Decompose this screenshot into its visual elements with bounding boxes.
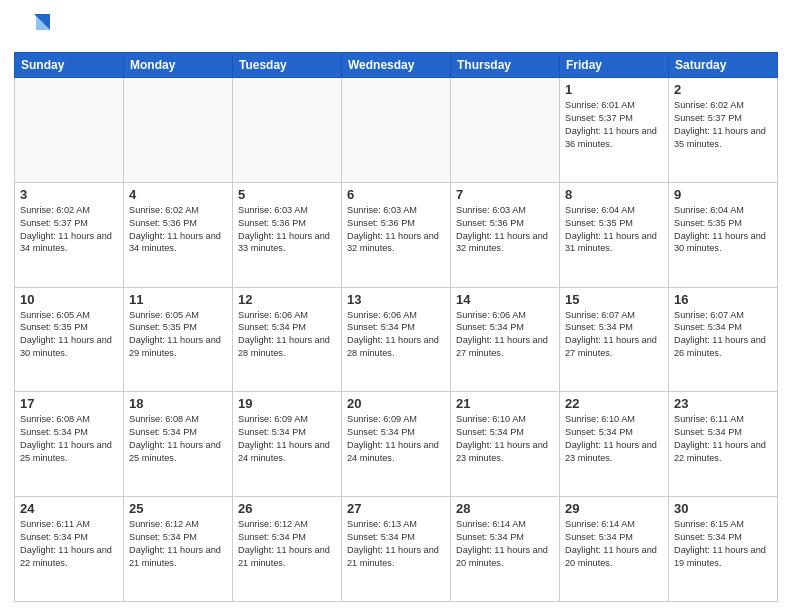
cell-info-text: Sunrise: 6:02 AM Sunset: 5:37 PM Dayligh… [20, 204, 118, 256]
calendar-cell: 11Sunrise: 6:05 AM Sunset: 5:35 PM Dayli… [124, 287, 233, 392]
calendar-cell: 8Sunrise: 6:04 AM Sunset: 5:35 PM Daylig… [560, 182, 669, 287]
calendar-table: SundayMondayTuesdayWednesdayThursdayFrid… [14, 52, 778, 602]
cell-info-text: Sunrise: 6:09 AM Sunset: 5:34 PM Dayligh… [238, 413, 336, 465]
cell-info-text: Sunrise: 6:04 AM Sunset: 5:35 PM Dayligh… [565, 204, 663, 256]
cell-day-number: 9 [674, 187, 772, 202]
calendar-cell: 27Sunrise: 6:13 AM Sunset: 5:34 PM Dayli… [342, 497, 451, 602]
cell-info-text: Sunrise: 6:14 AM Sunset: 5:34 PM Dayligh… [565, 518, 663, 570]
calendar-cell: 7Sunrise: 6:03 AM Sunset: 5:36 PM Daylig… [451, 182, 560, 287]
cell-info-text: Sunrise: 6:12 AM Sunset: 5:34 PM Dayligh… [129, 518, 227, 570]
cell-info-text: Sunrise: 6:15 AM Sunset: 5:34 PM Dayligh… [674, 518, 772, 570]
cell-info-text: Sunrise: 6:03 AM Sunset: 5:36 PM Dayligh… [456, 204, 554, 256]
cell-day-number: 29 [565, 501, 663, 516]
cell-info-text: Sunrise: 6:03 AM Sunset: 5:36 PM Dayligh… [347, 204, 445, 256]
cell-info-text: Sunrise: 6:10 AM Sunset: 5:34 PM Dayligh… [456, 413, 554, 465]
calendar-cell: 26Sunrise: 6:12 AM Sunset: 5:34 PM Dayli… [233, 497, 342, 602]
cell-day-number: 15 [565, 292, 663, 307]
cell-day-number: 3 [20, 187, 118, 202]
calendar-cell: 28Sunrise: 6:14 AM Sunset: 5:34 PM Dayli… [451, 497, 560, 602]
cell-info-text: Sunrise: 6:08 AM Sunset: 5:34 PM Dayligh… [129, 413, 227, 465]
cell-info-text: Sunrise: 6:07 AM Sunset: 5:34 PM Dayligh… [565, 309, 663, 361]
calendar-week-2: 10Sunrise: 6:05 AM Sunset: 5:35 PM Dayli… [15, 287, 778, 392]
calendar-cell: 20Sunrise: 6:09 AM Sunset: 5:34 PM Dayli… [342, 392, 451, 497]
cell-day-number: 5 [238, 187, 336, 202]
calendar-cell: 16Sunrise: 6:07 AM Sunset: 5:34 PM Dayli… [669, 287, 778, 392]
cell-day-number: 12 [238, 292, 336, 307]
cell-info-text: Sunrise: 6:10 AM Sunset: 5:34 PM Dayligh… [565, 413, 663, 465]
cell-info-text: Sunrise: 6:04 AM Sunset: 5:35 PM Dayligh… [674, 204, 772, 256]
cell-day-number: 27 [347, 501, 445, 516]
calendar-cell [451, 78, 560, 183]
cell-info-text: Sunrise: 6:14 AM Sunset: 5:34 PM Dayligh… [456, 518, 554, 570]
calendar-cell [15, 78, 124, 183]
cell-day-number: 14 [456, 292, 554, 307]
calendar-cell: 6Sunrise: 6:03 AM Sunset: 5:36 PM Daylig… [342, 182, 451, 287]
calendar-cell: 19Sunrise: 6:09 AM Sunset: 5:34 PM Dayli… [233, 392, 342, 497]
cell-day-number: 20 [347, 396, 445, 411]
calendar-cell: 25Sunrise: 6:12 AM Sunset: 5:34 PM Dayli… [124, 497, 233, 602]
cell-day-number: 6 [347, 187, 445, 202]
weekday-header-monday: Monday [124, 53, 233, 78]
cell-day-number: 17 [20, 396, 118, 411]
calendar-cell: 1Sunrise: 6:01 AM Sunset: 5:37 PM Daylig… [560, 78, 669, 183]
calendar-week-4: 24Sunrise: 6:11 AM Sunset: 5:34 PM Dayli… [15, 497, 778, 602]
header [14, 10, 778, 46]
calendar-cell: 5Sunrise: 6:03 AM Sunset: 5:36 PM Daylig… [233, 182, 342, 287]
cell-info-text: Sunrise: 6:02 AM Sunset: 5:36 PM Dayligh… [129, 204, 227, 256]
calendar-week-0: 1Sunrise: 6:01 AM Sunset: 5:37 PM Daylig… [15, 78, 778, 183]
cell-day-number: 30 [674, 501, 772, 516]
weekday-row: SundayMondayTuesdayWednesdayThursdayFrid… [15, 53, 778, 78]
calendar-cell: 22Sunrise: 6:10 AM Sunset: 5:34 PM Dayli… [560, 392, 669, 497]
cell-day-number: 11 [129, 292, 227, 307]
cell-info-text: Sunrise: 6:11 AM Sunset: 5:34 PM Dayligh… [20, 518, 118, 570]
cell-day-number: 21 [456, 396, 554, 411]
calendar-cell [342, 78, 451, 183]
cell-day-number: 23 [674, 396, 772, 411]
cell-day-number: 1 [565, 82, 663, 97]
cell-day-number: 25 [129, 501, 227, 516]
cell-info-text: Sunrise: 6:07 AM Sunset: 5:34 PM Dayligh… [674, 309, 772, 361]
calendar-header: SundayMondayTuesdayWednesdayThursdayFrid… [15, 53, 778, 78]
cell-info-text: Sunrise: 6:09 AM Sunset: 5:34 PM Dayligh… [347, 413, 445, 465]
page: SundayMondayTuesdayWednesdayThursdayFrid… [0, 0, 792, 612]
calendar-cell: 24Sunrise: 6:11 AM Sunset: 5:34 PM Dayli… [15, 497, 124, 602]
calendar-week-3: 17Sunrise: 6:08 AM Sunset: 5:34 PM Dayli… [15, 392, 778, 497]
cell-info-text: Sunrise: 6:06 AM Sunset: 5:34 PM Dayligh… [238, 309, 336, 361]
calendar-cell: 17Sunrise: 6:08 AM Sunset: 5:34 PM Dayli… [15, 392, 124, 497]
cell-day-number: 16 [674, 292, 772, 307]
cell-day-number: 26 [238, 501, 336, 516]
calendar-cell: 14Sunrise: 6:06 AM Sunset: 5:34 PM Dayli… [451, 287, 560, 392]
cell-day-number: 4 [129, 187, 227, 202]
cell-info-text: Sunrise: 6:12 AM Sunset: 5:34 PM Dayligh… [238, 518, 336, 570]
cell-info-text: Sunrise: 6:11 AM Sunset: 5:34 PM Dayligh… [674, 413, 772, 465]
calendar-cell: 12Sunrise: 6:06 AM Sunset: 5:34 PM Dayli… [233, 287, 342, 392]
calendar-cell [124, 78, 233, 183]
cell-day-number: 18 [129, 396, 227, 411]
cell-day-number: 19 [238, 396, 336, 411]
calendar-body: 1Sunrise: 6:01 AM Sunset: 5:37 PM Daylig… [15, 78, 778, 602]
cell-day-number: 24 [20, 501, 118, 516]
calendar-cell: 4Sunrise: 6:02 AM Sunset: 5:36 PM Daylig… [124, 182, 233, 287]
cell-info-text: Sunrise: 6:06 AM Sunset: 5:34 PM Dayligh… [347, 309, 445, 361]
cell-day-number: 13 [347, 292, 445, 307]
cell-day-number: 7 [456, 187, 554, 202]
weekday-header-friday: Friday [560, 53, 669, 78]
cell-info-text: Sunrise: 6:05 AM Sunset: 5:35 PM Dayligh… [20, 309, 118, 361]
cell-day-number: 10 [20, 292, 118, 307]
weekday-header-sunday: Sunday [15, 53, 124, 78]
cell-info-text: Sunrise: 6:08 AM Sunset: 5:34 PM Dayligh… [20, 413, 118, 465]
calendar-cell: 18Sunrise: 6:08 AM Sunset: 5:34 PM Dayli… [124, 392, 233, 497]
calendar-week-1: 3Sunrise: 6:02 AM Sunset: 5:37 PM Daylig… [15, 182, 778, 287]
cell-info-text: Sunrise: 6:06 AM Sunset: 5:34 PM Dayligh… [456, 309, 554, 361]
calendar-cell: 10Sunrise: 6:05 AM Sunset: 5:35 PM Dayli… [15, 287, 124, 392]
calendar-cell: 13Sunrise: 6:06 AM Sunset: 5:34 PM Dayli… [342, 287, 451, 392]
cell-info-text: Sunrise: 6:02 AM Sunset: 5:37 PM Dayligh… [674, 99, 772, 151]
logo-icon [14, 10, 50, 46]
calendar-cell: 23Sunrise: 6:11 AM Sunset: 5:34 PM Dayli… [669, 392, 778, 497]
calendar-cell: 29Sunrise: 6:14 AM Sunset: 5:34 PM Dayli… [560, 497, 669, 602]
calendar-cell: 2Sunrise: 6:02 AM Sunset: 5:37 PM Daylig… [669, 78, 778, 183]
cell-info-text: Sunrise: 6:05 AM Sunset: 5:35 PM Dayligh… [129, 309, 227, 361]
cell-day-number: 22 [565, 396, 663, 411]
weekday-header-wednesday: Wednesday [342, 53, 451, 78]
cell-day-number: 2 [674, 82, 772, 97]
